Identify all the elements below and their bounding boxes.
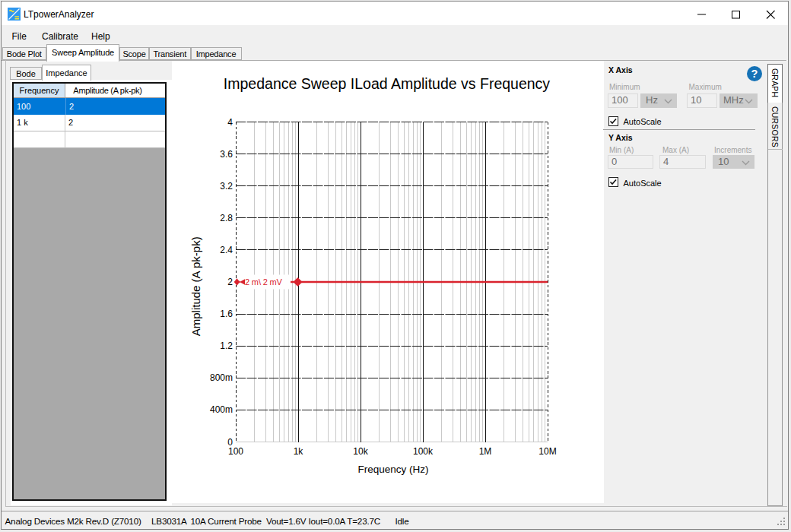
svg-text:4: 4: [227, 117, 233, 128]
svg-text:3.6: 3.6: [220, 149, 233, 160]
svg-text:2 m\ 2 mV: 2 m\ 2 mV: [245, 277, 283, 287]
svg-text:Frequency (Hz): Frequency (Hz): [357, 464, 428, 475]
svg-text:Amplitude (A pk-pk): Amplitude (A pk-pk): [190, 236, 203, 336]
svg-text:1M: 1M: [479, 446, 492, 457]
svg-text:Impedance Sweep ILoad Amplitud: Impedance Sweep ILoad Amplitude vs Frequ…: [224, 75, 551, 92]
svg-text:800m: 800m: [210, 372, 233, 383]
svg-text:2.4: 2.4: [220, 245, 233, 255]
svg-text:100: 100: [228, 446, 243, 457]
svg-text:1.2: 1.2: [220, 340, 233, 351]
svg-text:2.8: 2.8: [220, 213, 233, 223]
svg-text:1k: 1k: [294, 446, 304, 457]
svg-text:10k: 10k: [353, 446, 368, 457]
svg-text:3.2: 3.2: [220, 181, 233, 192]
svg-text:10M: 10M: [538, 446, 556, 457]
svg-text:100k: 100k: [413, 446, 434, 457]
svg-text:1.6: 1.6: [220, 309, 233, 319]
svg-text:400m: 400m: [210, 404, 233, 415]
svg-text:2: 2: [227, 277, 233, 287]
